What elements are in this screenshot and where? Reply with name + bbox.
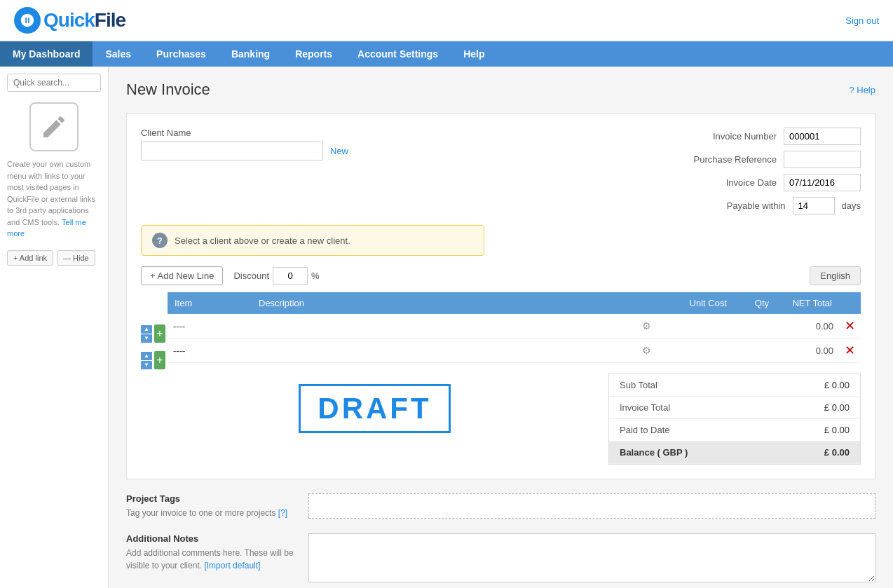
additional-notes-label-block: Additional Notes Add additional comments…	[126, 533, 294, 572]
nav-banking[interactable]: Banking	[219, 41, 282, 67]
sidebar-description: Create your own custom menu with links t…	[7, 158, 101, 240]
project-tags-title: Project Tags	[126, 493, 294, 504]
logo-quick: Quick	[43, 9, 95, 31]
nav-help[interactable]: Help	[451, 41, 497, 67]
row2-delete-cell: ✕	[839, 339, 861, 363]
invoice-date-input[interactable]: 07/11/2016	[784, 174, 861, 191]
paid-to-date-row: Paid to Date £ 0.00	[609, 419, 860, 442]
balance-label: Balance ( GBP )	[620, 447, 688, 458]
question-icon: ?	[152, 233, 168, 248]
invoice-number-row: Invoice Number 000001	[629, 128, 861, 145]
discount-row: Discount 0 %	[233, 267, 319, 285]
project-tags-help-link[interactable]: [?]	[278, 508, 287, 518]
invoice-number-input[interactable]: 000001	[784, 128, 861, 145]
row2-up-arrow[interactable]: ▲	[141, 352, 152, 360]
alert-text: Select a client above or create a new cl…	[175, 235, 350, 246]
row-controls-container: ▲ ▼ + ▲ ▼ +	[141, 292, 168, 374]
table-row: ---- ⚙ 0.00 ✕	[168, 314, 861, 339]
row2-delete-button[interactable]: ✕	[845, 343, 855, 358]
nav-dashboard[interactable]: My Dashboard	[0, 41, 93, 67]
new-client-link[interactable]: New	[330, 146, 348, 156]
additional-notes-title: Additional Notes	[126, 533, 294, 544]
row1-add-button[interactable]: +	[154, 324, 165, 343]
row2-description: ⚙	[252, 339, 657, 363]
payable-within-input[interactable]: 14	[793, 197, 835, 214]
header: QuickFile Sign out	[0, 0, 893, 41]
row2-gear-icon[interactable]: ⚙	[642, 345, 651, 356]
nav-purchases[interactable]: Purchases	[144, 41, 219, 67]
row1-delete-cell: ✕	[839, 314, 861, 339]
draft-box: DRAFT	[141, 374, 608, 444]
sub-total-label: Sub Total	[620, 380, 657, 390]
sidebar: Create your own custom menu with links t…	[0, 67, 109, 588]
row1-gear-icon[interactable]: ⚙	[642, 320, 651, 331]
row1-controls: ▲ ▼ +	[141, 320, 165, 347]
table-header: Item Description Unit Cost Qty NET Total	[168, 292, 861, 314]
row1-down-arrow[interactable]: ▼	[141, 334, 152, 343]
hide-button[interactable]: — Hide	[57, 250, 95, 266]
discount-input[interactable]: 0	[273, 267, 308, 285]
invoice-number-label: Invoice Number	[675, 131, 777, 142]
row1-delete-button[interactable]: ✕	[845, 318, 855, 334]
additional-notes-textarea[interactable]	[308, 533, 875, 582]
client-name-input[interactable]	[141, 142, 323, 160]
additional-notes-input-container	[308, 533, 875, 584]
purchase-ref-row: Purchase Reference	[629, 151, 861, 168]
row2-qty	[734, 339, 776, 363]
logo-svg	[20, 13, 35, 28]
invoice-table-container: ▲ ▼ + ▲ ▼ +	[141, 292, 861, 374]
row1-up-arrow[interactable]: ▲	[141, 325, 152, 334]
invoice-table: Item Description Unit Cost Qty NET Total…	[168, 292, 861, 363]
client-name-label: Client Name	[141, 128, 491, 138]
help-link[interactable]: Help	[849, 85, 875, 95]
client-alert: ? Select a client above or create a new …	[141, 225, 484, 256]
row2-unit-cost	[657, 339, 734, 363]
edit-icon	[40, 113, 68, 141]
col-description: Description	[252, 292, 657, 314]
invoice-form: Client Name New Invoice Number 000001 Pu…	[126, 113, 875, 479]
additional-notes-row: Additional Notes Add additional comments…	[126, 533, 875, 584]
lower-section: Project Tags Tag your invoice to one or …	[126, 493, 875, 588]
project-tags-input-container	[308, 493, 875, 519]
row2-add-button[interactable]: +	[154, 351, 165, 369]
main-content: New Invoice Help Client Name New Invoice…	[109, 67, 893, 588]
page-title: New Invoice	[126, 81, 210, 99]
balance-row: Balance ( GBP ) £ 0.00	[609, 442, 860, 464]
layout: Create your own custom menu with links t…	[0, 67, 893, 588]
col-net-total: NET Total	[776, 292, 839, 314]
project-tags-row: Project Tags Tag your invoice to one or …	[126, 493, 875, 519]
nav-account-settings[interactable]: Account Settings	[345, 41, 451, 67]
client-invoice-row: Client Name New Invoice Number 000001 Pu…	[141, 128, 861, 214]
row2-arrows: ▲ ▼	[141, 352, 152, 369]
days-label: days	[842, 200, 861, 211]
row1-qty	[734, 314, 776, 339]
invoice-fields: Invoice Number 000001 Purchase Reference…	[629, 128, 861, 214]
sidebar-edit-icon-container	[7, 102, 101, 151]
add-new-line-button[interactable]: + Add New Line	[141, 266, 223, 285]
search-input[interactable]	[7, 74, 101, 92]
nav-sales[interactable]: Sales	[93, 41, 144, 67]
table-row: ---- ⚙ 0.00 ✕	[168, 339, 861, 363]
page-title-row: New Invoice Help	[126, 81, 875, 99]
totals-box: Sub Total £ 0.00 Invoice Total £ 0.00 Pa…	[608, 374, 861, 465]
payable-within-row: Payable within 14 days	[629, 197, 861, 214]
project-tags-input[interactable]	[308, 493, 875, 519]
add-link-button[interactable]: + Add link	[7, 250, 53, 266]
row1-description: ⚙	[252, 314, 657, 339]
language-button[interactable]: English	[810, 266, 861, 285]
sign-out-link[interactable]: Sign out	[845, 15, 879, 26]
import-default-notes-link[interactable]: [Import default]	[204, 561, 260, 570]
project-tags-label-block: Project Tags Tag your invoice to one or …	[126, 493, 294, 519]
nav-reports[interactable]: Reports	[282, 41, 345, 67]
toolbar-row: + Add New Line Discount 0 % English	[141, 266, 861, 285]
col-qty: Qty	[734, 292, 776, 314]
row1-arrows: ▲ ▼	[141, 325, 152, 343]
logo-text: QuickFile	[43, 9, 125, 32]
percent-sign: %	[311, 271, 320, 281]
edit-icon-box	[29, 102, 79, 151]
invoice-date-row: Invoice Date 07/11/2016	[629, 174, 861, 191]
purchase-ref-input[interactable]	[784, 151, 861, 168]
toolbar-left: + Add New Line Discount 0 %	[141, 266, 320, 285]
logo-icon	[14, 7, 41, 34]
row2-down-arrow[interactable]: ▼	[141, 361, 152, 369]
